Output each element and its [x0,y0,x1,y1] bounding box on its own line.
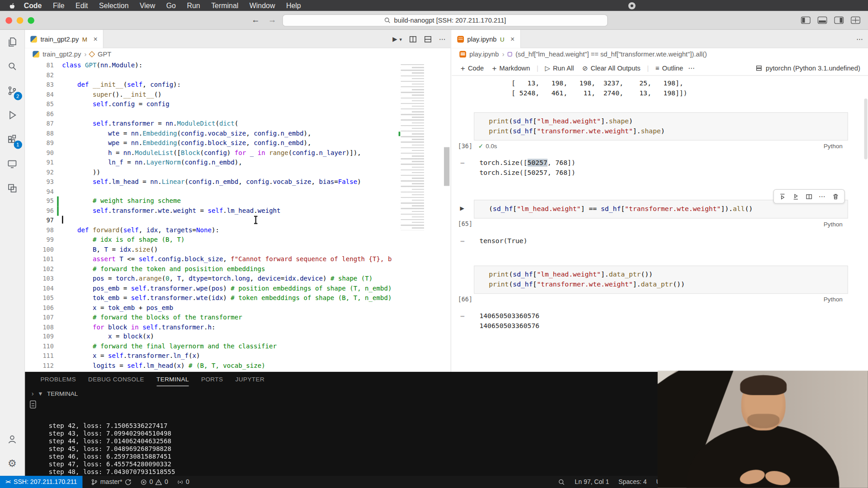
panel-tab-ports[interactable]: PORTS [201,372,223,386]
breadcrumb-file[interactable]: play.ipynb [469,50,499,58]
code-line-109[interactable]: 109 x = block(x) [25,332,451,342]
minimize-window-button[interactable] [17,17,24,24]
panel-tab-jupyter[interactable]: JUPYTER [235,372,264,386]
line-number[interactable]: 84 [25,90,54,99]
notebook-cell[interactable]: print(sd_hf["lm_head.weight"].shape)prin… [474,113,848,152]
notebook-scrollbar-thumb[interactable] [864,99,867,160]
line-number[interactable]: 94 [25,187,54,196]
tab-play-ipynb[interactable]: play.ipynb U × [452,30,521,48]
run-python-file-button[interactable]: ▶ [392,35,397,42]
remote-indicator[interactable]: >< SSH: 207.211.170.211 [0,476,83,488]
breadcrumb-file[interactable]: train_gpt2.py [42,50,81,58]
breadcrumb-symbol[interactable]: (sd_hf["lm_head.weight"] == sd_hf["trans… [515,50,707,58]
screen-recorder-icon[interactable] [628,2,636,9]
line-number[interactable]: 89 [25,138,54,148]
run-dropdown-icon[interactable]: ▾ [399,36,402,42]
explorer-icon[interactable] [0,30,24,54]
line-number[interactable]: 101 [25,254,54,264]
window-layers-icon[interactable] [0,176,24,200]
line-number[interactable]: 86 [25,109,54,119]
outline-button[interactable]: ≡Outline [652,64,687,71]
code-line-94[interactable]: 94 [25,187,451,196]
code-line-104[interactable]: 104 pos_emb = self.transformer.wpe(pos) … [25,284,451,293]
toggle-panel-icon[interactable] [818,17,827,24]
menu-item-selection[interactable]: Selection [94,1,134,9]
menu-item-run[interactable]: Run [181,1,206,9]
menu-item-view[interactable]: View [134,1,161,9]
line-number[interactable]: 112 [25,361,54,371]
line-number[interactable]: 106 [25,303,54,312]
line-number[interactable]: 96 [25,206,54,216]
notebook-cell[interactable]: ⋯▶(sd_hf["lm_head.weight"] == sd_hf["tra… [474,200,848,230]
line-number[interactable]: 104 [25,284,54,293]
zoom-window-button[interactable] [28,17,34,24]
go-back-button[interactable]: ← [251,15,259,24]
menu-item-go[interactable]: Go [160,1,181,9]
line-number[interactable]: 82 [25,70,54,80]
code-line-90[interactable]: 90 h = nn.ModuleList([Block(config) for … [25,148,451,158]
editor-layout-button[interactable] [424,35,432,43]
code-line-107[interactable]: 107 # forward the blocks of the transfor… [25,313,451,322]
line-number[interactable]: 99 [25,235,54,244]
cell-language-picker[interactable]: Python [824,221,848,227]
add-markdown-cell-button[interactable]: +Markdown [489,64,533,71]
code-line-106[interactable]: 106 x = tok_emb + pos_emb [25,303,451,312]
line-number[interactable]: 93 [25,177,54,187]
panel-tab-debug-console[interactable]: DEBUG CONSOLE [88,372,144,386]
code-line-102[interactable]: 102 # forward the token and posisition e… [25,264,451,274]
menu-item-edit[interactable]: Edit [70,1,94,9]
panel-tab-problems[interactable]: PROBLEMS [40,372,76,386]
toolbar-more-button[interactable]: ⋯ [688,64,695,71]
line-number[interactable]: 105 [25,293,54,303]
line-number[interactable]: 108 [25,322,54,332]
remote-explorer-icon[interactable] [0,152,24,176]
code-line-101[interactable]: 101 assert T <= self.config.block_size, … [25,254,451,264]
code-line-110[interactable]: 110 # forward the final layernorm and th… [25,342,451,351]
customize-layout-icon[interactable] [851,17,860,24]
go-forward-button[interactable]: → [268,15,276,24]
code-line-84[interactable]: 84 super().__init__() [25,90,451,99]
run-cell-button[interactable]: ▶ [460,205,464,211]
line-number[interactable]: 98 [25,225,54,235]
cell-code-editor[interactable]: print(sd_hf["lm_head.weight"].shape)prin… [474,113,848,141]
apple-menu-icon[interactable] [8,1,15,9]
close-window-button[interactable] [5,17,12,24]
code-line-98[interactable]: 98 def forward(self, idx, targets=None): [25,225,451,235]
panel-tab-terminal[interactable]: TERMINAL [156,372,189,386]
tab-train-gpt2[interactable]: train_gpt2.py M × [25,30,104,48]
scrollbar-thumb[interactable] [444,147,449,186]
cell-language-picker[interactable]: Python [824,143,848,150]
code-line-97[interactable]: 97 [25,216,451,225]
close-tab-icon[interactable]: × [93,35,97,43]
code-line-92[interactable]: 92 )) [25,167,451,177]
cell-more-actions-icon[interactable]: ⋯ [819,192,826,200]
line-number[interactable]: 81 [25,61,54,70]
kernel-picker[interactable]: pytorchn (Python 3.1.undefined) [756,64,863,71]
code-line-93[interactable]: 93 self.lm_head = nn.Linear(config.n_emb… [25,177,451,187]
code-line-83[interactable]: 83 def __init__(self, config): [25,80,451,90]
run-above-icon[interactable] [779,193,786,200]
close-tab-icon[interactable]: × [510,35,514,43]
line-number[interactable]: 88 [25,129,54,138]
menu-item-file[interactable]: File [47,1,70,9]
account-icon[interactable] [0,427,24,451]
menu-app-code[interactable]: Code [18,1,47,9]
menu-item-window[interactable]: Window [244,1,281,9]
code-line-112[interactable]: 112 logits = self.lm_head(x) # (B, T, vo… [25,361,451,371]
output-collapse-indicator[interactable]: ⋯ [461,159,465,168]
extensions-icon[interactable]: 1 [0,127,24,152]
line-number[interactable]: 107 [25,313,54,322]
editor-scrollbar[interactable] [443,61,451,372]
code-line-103[interactable]: 103 pos = torch.arange(0, T, dtype=torch… [25,274,451,283]
notebook-scroll-area[interactable]: [ 13, 198, 198, 3237, 25, 198], [ 5248, … [452,76,868,372]
code-line-81[interactable]: 81class GPT(nn.Module): [25,61,451,70]
add-code-cell-button[interactable]: +Code [457,64,487,71]
command-center-search[interactable]: build-nanogpt [SSH: 207.211.170.211] [282,14,608,27]
code-line-91[interactable]: 91 ln_f = nn.LayerNorm(config.n_embd), [25,158,451,167]
code-line-99[interactable]: 99 # idx is of shape (B, T) [25,235,451,244]
line-number[interactable]: 97 [25,216,54,225]
more-actions-button[interactable]: ⋯ [856,35,863,43]
line-number[interactable]: 103 [25,274,54,283]
code-line-86[interactable]: 86 [25,109,451,119]
line-number[interactable]: 102 [25,264,54,274]
